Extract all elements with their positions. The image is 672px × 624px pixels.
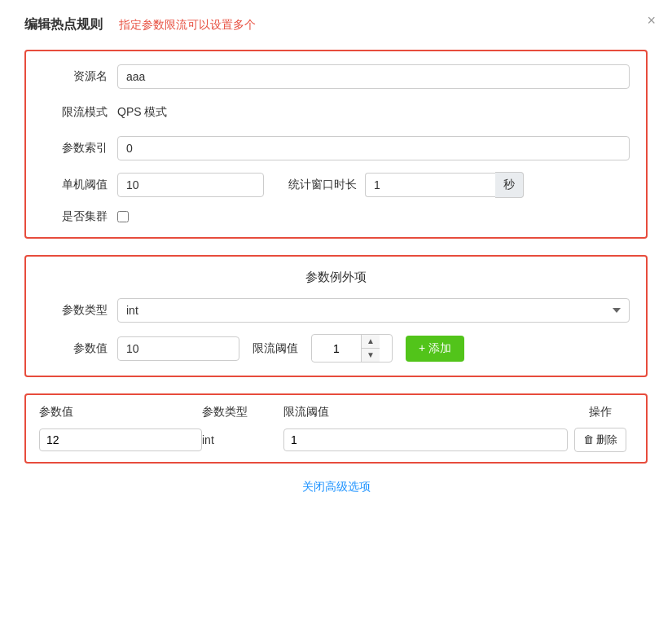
param-type-select[interactable]: int String long float double boolean (117, 298, 630, 323)
cell-param-type: int (202, 433, 283, 446)
spinner-down-button[interactable]: ▼ (362, 349, 380, 362)
dialog-header: 编辑热点规则 指定参数限流可以设置多个 × (24, 16, 648, 33)
row-param-type-text: int (202, 433, 214, 446)
spinner-up-button[interactable]: ▲ (362, 335, 380, 349)
col-limit-threshold: 限流阈值 (283, 405, 568, 420)
param-value-input[interactable] (117, 336, 239, 361)
cluster-label: 是否集群 (42, 209, 108, 224)
cell-action: 🗑 删除 (568, 428, 633, 452)
mode-row: 限流模式 QPS 模式 (42, 100, 630, 125)
param-index-input[interactable] (117, 136, 630, 160)
dialog: 编辑热点规则 指定参数限流可以设置多个 × 资源名 限流模式 QPS 模式 参数… (0, 0, 672, 624)
col-param-value: 参数值 (39, 405, 202, 420)
mode-label: 限流模式 (42, 105, 108, 120)
mode-value: QPS 模式 (117, 100, 167, 125)
param-exception-section: 参数例外项 参数类型 int String long float double … (24, 255, 648, 377)
window-suffix: 秒 (495, 172, 524, 198)
resource-name-input[interactable] (117, 64, 630, 89)
basic-settings-section: 资源名 限流模式 QPS 模式 参数索引 单机阈值 统计窗口时长 秒 是否集群 (24, 50, 648, 239)
limit-threshold-input[interactable] (312, 337, 361, 360)
cell-param-value (39, 428, 202, 451)
cluster-checkbox[interactable] (117, 211, 129, 222)
cell-limit-threshold (283, 428, 568, 451)
cluster-row: 是否集群 (42, 209, 630, 224)
param-table-section: 参数值 参数类型 限流阈值 操作 int 🗑 删除 (24, 393, 648, 464)
param-value-add-row: 参数值 限流阈值 ▲ ▼ + 添加 (42, 334, 630, 363)
param-value-label: 参数值 (42, 341, 108, 356)
row-limit-threshold-input[interactable] (283, 428, 568, 451)
col-action: 操作 (568, 405, 633, 420)
dialog-subtitle: 指定参数限流可以设置多个 (119, 18, 256, 33)
close-advanced-link[interactable]: 关闭高级选项 (24, 480, 648, 494)
table-row: int 🗑 删除 (39, 428, 633, 452)
param-index-label: 参数索引 (42, 141, 108, 156)
window-label: 统计窗口时长 (288, 178, 357, 192)
close-button[interactable]: × (647, 13, 656, 28)
delete-button[interactable]: 🗑 删除 (574, 428, 627, 452)
single-threshold-label: 单机阈值 (42, 178, 108, 192)
param-type-label: 参数类型 (42, 303, 108, 318)
row-param-value-input[interactable] (39, 428, 202, 451)
table-header: 参数值 参数类型 限流阈值 操作 (39, 405, 633, 420)
resource-name-label: 资源名 (42, 69, 108, 84)
add-button[interactable]: + 添加 (406, 336, 464, 362)
limit-threshold-spinner: ▲ ▼ (311, 334, 393, 363)
param-index-row: 参数索引 (42, 136, 630, 160)
window-duration-input[interactable] (365, 173, 495, 197)
single-threshold-input[interactable] (117, 173, 264, 197)
window-input-group: 秒 (365, 172, 524, 198)
limit-threshold-label: 限流阈值 (253, 341, 298, 356)
resource-name-row: 资源名 (42, 64, 630, 89)
dialog-title: 编辑热点规则 (24, 16, 103, 33)
spinner-buttons: ▲ ▼ (361, 335, 380, 362)
param-type-row: 参数类型 int String long float double boolea… (42, 298, 630, 323)
threshold-window-row: 单机阈值 统计窗口时长 秒 (42, 172, 630, 198)
section2-title: 参数例外项 (42, 270, 630, 285)
col-param-type: 参数类型 (202, 405, 283, 420)
